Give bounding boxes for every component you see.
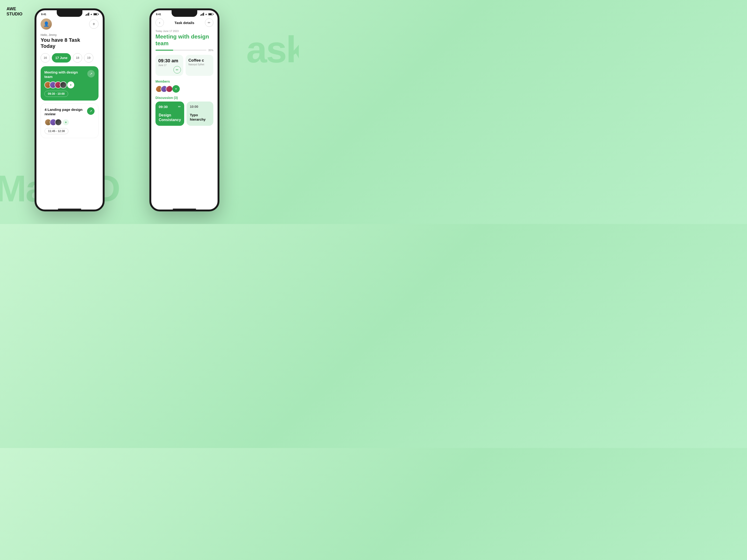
- home-indicator-right: [151, 207, 217, 211]
- date-16[interactable]: 16: [41, 53, 50, 62]
- task-header-meeting: Meeting with designteam ↗: [44, 70, 95, 79]
- date-18[interactable]: 18: [73, 53, 82, 62]
- wifi-icon: ▲: [90, 13, 93, 16]
- task-card-meeting[interactable]: Meeting with designteam ↗ + 09:30 - 10:0…: [41, 66, 99, 101]
- task-header-landing: 4 Landing page designreview ↗: [45, 107, 95, 116]
- progress-row: 35%: [155, 49, 213, 52]
- task-arrow-landing[interactable]: ↗: [87, 107, 95, 115]
- discussion-label: Discussion (3): [155, 96, 213, 100]
- bg-decoration-right: ask: [246, 28, 299, 71]
- date-strip: 16 17 June 18 19: [41, 53, 99, 62]
- rm-3: [166, 85, 173, 92]
- brand-logo: AWE STUDIO: [6, 6, 22, 17]
- task-name-big: Meeting with designteam: [155, 33, 213, 47]
- task-time-meeting: 09:30 - 10:00: [44, 91, 68, 97]
- member-4: [60, 81, 67, 88]
- discussion-card-1[interactable]: 09:30 ✏ DesignConsistancy: [155, 102, 184, 126]
- signal-icon: [85, 12, 89, 16]
- status-time-right: 9:41: [156, 13, 161, 16]
- status-icons-right: ▲: [200, 12, 213, 16]
- edit-button[interactable]: ✏: [205, 19, 213, 27]
- home-indicator-left: [36, 207, 103, 211]
- add-member-button[interactable]: +: [172, 85, 180, 92]
- home-bar-left: [58, 209, 81, 210]
- notch-left: [57, 10, 82, 17]
- progress-fill: [155, 50, 173, 51]
- wifi-icon-r: ▲: [205, 13, 207, 16]
- disc-title-2: Typohierarchy: [190, 113, 210, 122]
- page-title: Task details: [175, 21, 195, 25]
- task-card-landing[interactable]: 4 Landing page designreview ↗ + 11:45 - …: [41, 103, 99, 138]
- right-header: ‹ Task details ✏: [155, 19, 213, 27]
- member-add-landing[interactable]: +: [62, 119, 69, 126]
- member-avatars-landing: +: [45, 119, 95, 126]
- brand-line1: AWE: [6, 6, 16, 11]
- left-header: 👤 +: [41, 19, 99, 30]
- user-avatar[interactable]: 👤: [41, 19, 52, 30]
- status-time-left: 9:41: [41, 13, 46, 16]
- brand-line2: STUDIO: [6, 12, 22, 16]
- members-label: Members: [155, 80, 213, 83]
- meeting-time: 09:30 am: [158, 58, 180, 63]
- battery-icon: [93, 13, 98, 16]
- task-title-landing: 4 Landing page designreview: [45, 107, 85, 116]
- greeting-text: Hello, Jimmy: [41, 33, 99, 37]
- disc-title-1: DesignConsistancy: [159, 113, 181, 123]
- back-button[interactable]: ‹: [155, 19, 164, 27]
- task-title-meeting: Meeting with designteam: [44, 70, 85, 79]
- notch-right: [172, 10, 197, 17]
- task-time-landing: 11:45 - 12:30: [45, 128, 69, 134]
- time-info-card[interactable]: 09:30 am June 17 ✏: [155, 55, 183, 76]
- place-name: Coffee c: [188, 58, 211, 63]
- disc-time-1: 09:30: [159, 105, 168, 109]
- disc-pencil-1[interactable]: ✏: [178, 105, 181, 108]
- phone-left: 9:41 ▲ 👤 + Hello, Jimmy You have 8 TaskT…: [34, 8, 105, 211]
- add-task-button[interactable]: +: [89, 19, 99, 29]
- info-cards: 09:30 am June 17 ✏ Coffee c Naiorpul Syl…: [155, 55, 213, 76]
- battery-icon-r: [208, 13, 213, 16]
- discussion-card-2[interactable]: 10:00 Typohierarchy: [186, 102, 213, 126]
- main-title: You have 8 TaskToday: [41, 37, 99, 50]
- member-l3: [55, 119, 62, 126]
- date-19[interactable]: 19: [84, 53, 93, 62]
- disc-time-2: 10:00: [190, 105, 198, 108]
- avatar-image: 👤: [41, 19, 52, 30]
- date-17-june[interactable]: 17 June: [52, 53, 71, 62]
- member-avatars-meeting: +: [44, 81, 95, 88]
- members-row: +: [155, 85, 213, 92]
- edit-time-button[interactable]: ✏: [174, 66, 181, 74]
- place-sub: Naiorpul Sylhet: [188, 63, 211, 66]
- progress-percent: 35%: [208, 49, 213, 52]
- phone-right: 9:41 ▲ ‹ Task details ✏ Today June 17 20…: [149, 8, 220, 211]
- disc-header-1: 09:30 ✏: [159, 105, 181, 109]
- phone-left-content: 👤 + Hello, Jimmy You have 8 TaskToday 16…: [36, 17, 103, 207]
- disc-header-2: 10:00: [190, 105, 210, 108]
- task-arrow-meeting[interactable]: ↗: [87, 70, 95, 77]
- task-date-label: Today June 17 2023: [155, 30, 213, 32]
- signal-icon-r: [200, 12, 204, 16]
- discussion-cards: 09:30 ✏ DesignConsistancy 10:00 Typohier…: [155, 102, 213, 126]
- phone-right-content: ‹ Task details ✏ Today June 17 2023 Meet…: [151, 17, 217, 207]
- status-icons-left: ▲: [85, 12, 98, 16]
- place-info-card[interactable]: Coffee c Naiorpul Sylhet: [186, 55, 213, 76]
- member-add-meeting[interactable]: +: [67, 81, 74, 88]
- home-bar-right: [173, 209, 196, 210]
- progress-bar: [155, 50, 206, 51]
